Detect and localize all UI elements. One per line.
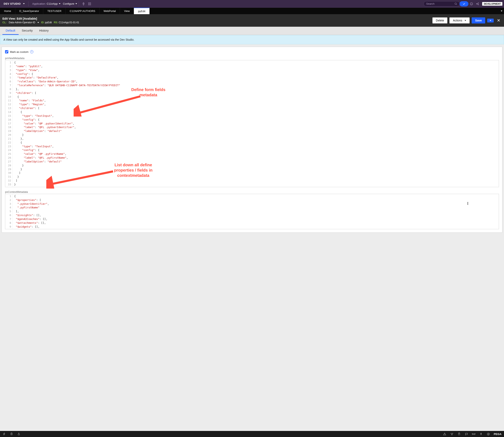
configure-label: Configure: [63, 2, 74, 5]
svg-point-14: [478, 4, 479, 5]
svg-point-6: [90, 3, 91, 4]
apps-grid-icon[interactable]: [88, 2, 91, 6]
divider: [28, 1, 29, 6]
brand-label: DEV STUDIO: [4, 2, 21, 5]
tab-save-operator[interactable]: D_SaveOperator: [15, 8, 43, 14]
svg-point-7: [88, 4, 89, 5]
chevron-down-icon: [59, 3, 60, 4]
app-switcher[interactable]: C11nApp: [47, 2, 60, 5]
svg-point-9: [90, 4, 91, 5]
mark-as-custom-label: Mark as custom: [10, 50, 29, 53]
brand[interactable]: DEV STUDIO: [2, 2, 27, 5]
chevron-down-icon: [465, 20, 466, 21]
delete-button[interactable]: Delete: [432, 17, 447, 23]
svg-point-10: [455, 3, 456, 4]
chevron-down-icon: [23, 3, 25, 4]
chevron-down-icon: [490, 20, 491, 21]
page-title: Edit View: Edit [Available]: [2, 17, 79, 20]
subtab-security[interactable]: Security: [19, 27, 36, 35]
resize-handle[interactable]: ⦀: [0, 229, 0, 235]
tab-webportal[interactable]: WebPortal: [99, 8, 120, 14]
tabs-bar: Home D_SaveOperator TESTUSER C11NAPP:AUT…: [0, 8, 504, 14]
app-value: C11nApp: [47, 2, 58, 5]
chevron-down-icon: [501, 10, 502, 11]
subtab-default[interactable]: Default: [2, 27, 19, 35]
rule-header: Edit View: Edit [Available] CL: Data-Adm…: [0, 14, 504, 27]
chevron-down-icon: [38, 22, 39, 23]
divider: [79, 1, 79, 6]
app-label: Application:: [32, 2, 46, 5]
info-icon[interactable]: [470, 2, 473, 6]
svg-point-4: [88, 3, 89, 4]
class-picker[interactable]: CL: Data-Admin-Operator-ID: [2, 21, 39, 24]
search-input[interactable]: Search: [424, 1, 460, 7]
subtab-history[interactable]: History: [36, 27, 52, 35]
tab-home[interactable]: Home: [0, 8, 15, 14]
editor1-label: pxViewMetadata: [5, 57, 499, 60]
mark-as-custom-checkbox[interactable]: [5, 50, 8, 53]
tab-testuser[interactable]: TESTUSER: [43, 8, 66, 14]
tab-view[interactable]: View: [120, 8, 134, 14]
svg-point-1: [88, 2, 89, 3]
search-placeholder: Search: [426, 2, 435, 5]
tabs-overflow[interactable]: [499, 8, 504, 14]
search-icon: [455, 2, 457, 5]
svg-point-2: [89, 2, 90, 3]
svg-point-13: [478, 3, 479, 3]
svg-point-3: [90, 2, 91, 3]
context-metadata-editor[interactable]: 123456789{ "$properties": [ ".pyUserIden…: [5, 194, 499, 229]
editor2-label: pxContextMetadata: [5, 190, 499, 193]
share-icon[interactable]: [476, 2, 479, 6]
svg-point-8: [89, 4, 90, 5]
top-bar: DEV STUDIO Application: C11nApp Configur…: [0, 0, 504, 8]
check-icon: [463, 2, 465, 5]
search-submit-button[interactable]: [459, 1, 468, 7]
actions-button[interactable]: Actions: [449, 17, 470, 23]
tab-authors[interactable]: C11NAPP:AUTHORS: [66, 8, 99, 14]
info-banner: A View can only be created and edited us…: [0, 35, 504, 44]
text-cursor: I: [467, 201, 468, 206]
rocket-icon[interactable]: [82, 2, 85, 6]
tab-pyedit[interactable]: pyEdit: [134, 8, 149, 14]
chevron-down-icon: [76, 3, 77, 4]
save-button[interactable]: Save: [472, 17, 485, 23]
view-metadata-editor[interactable]: 1234567891011121314151617181920212223242…: [5, 60, 499, 187]
sub-tabs: Default Security History: [0, 27, 504, 35]
svg-point-5: [89, 3, 90, 4]
help-icon[interactable]: ?: [30, 50, 33, 53]
svg-point-0: [83, 3, 84, 4]
content-panel: Mark as custom ? pxViewMetadata 12345678…: [2, 47, 502, 233]
save-dropdown-button[interactable]: [487, 19, 494, 22]
configure-menu[interactable]: Configure: [63, 2, 77, 5]
svg-point-12: [476, 3, 477, 4]
close-button[interactable]: ✕: [496, 18, 502, 23]
env-badge: DEVELOPMENT: [482, 2, 502, 6]
